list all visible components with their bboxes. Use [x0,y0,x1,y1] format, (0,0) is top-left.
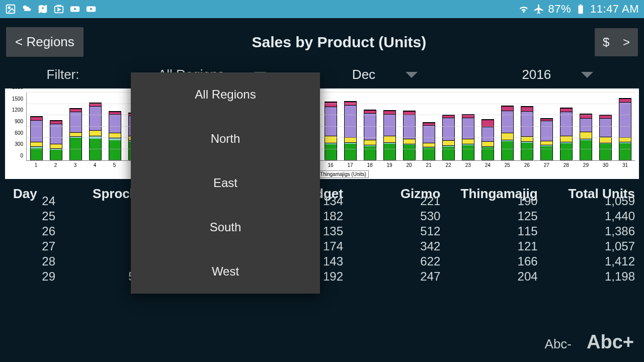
airplane-icon [533,4,544,15]
chart-bar[interactable] [69,108,82,160]
text-size-controls: Abc- Abc+ [545,331,634,353]
youtube-icon [69,4,80,15]
table-row: 251825301251,440 [5,209,639,224]
chart-bar[interactable] [89,103,101,160]
svg-rect-7 [580,5,582,6]
region-dropdown-popup: All RegionsNorthEastSouthWest [131,72,320,294]
youtube-icon-2 [86,4,97,15]
chart-bar[interactable] [344,101,356,160]
table-row: 271743421211,057 [5,239,639,254]
chevron-down-icon [406,72,418,78]
page-header: < Regions Sales by Product (Units) $ > [0,18,644,62]
chart-bar[interactable] [619,98,631,160]
filter-row: Filter: All Regions Dec 2016 [0,62,644,86]
chart-bar[interactable] [423,122,435,160]
weather-icon [21,4,32,15]
play-store-icon [53,4,64,15]
region-option[interactable]: West [131,249,320,294]
clock: 11:47 AM [590,3,639,16]
chart-bar[interactable] [501,106,513,160]
svg-rect-0 [7,5,15,14]
image-icon [5,4,16,15]
forward-button[interactable]: $ > [595,28,638,56]
battery-icon [575,4,586,15]
sales-chart: 0300600900120015001800 12345678910111213… [5,88,639,179]
chart-bar[interactable] [364,110,376,160]
chevron-down-icon [581,72,593,78]
back-button[interactable]: < Regions [6,27,84,57]
chart-bar[interactable] [325,102,337,160]
data-table: DaySprocketWidgetGadgetGizmoThingamajigT… [5,186,639,282]
maps-icon [37,4,48,15]
year-select-value: 2016 [522,67,551,82]
chart-bar[interactable] [403,111,415,160]
region-option[interactable]: All Regions [131,72,320,117]
dollar-icon: $ [603,35,609,49]
chart-bar[interactable] [109,111,121,160]
month-select[interactable]: Dec [303,67,466,82]
chart-bar[interactable] [481,119,494,160]
svg-rect-6 [578,6,583,14]
chart-bar[interactable] [30,116,42,160]
table-row: 261355121151,386 [5,224,639,239]
battery-percent: 87% [548,3,572,16]
chart-bar[interactable] [540,118,552,160]
table-row: 241342211901,059 [5,194,639,209]
text-bigger-button[interactable]: Abc+ [587,331,634,353]
chevron-right-icon: > [623,35,630,49]
year-select[interactable]: 2016 [476,67,639,82]
svg-point-1 [8,7,10,9]
wifi-icon [518,4,529,15]
chart-bar[interactable] [383,110,395,160]
statusbar: 87% 11:47 AM [0,0,644,18]
month-select-value: Dec [352,67,375,82]
region-option[interactable]: East [131,161,320,205]
region-option[interactable]: South [131,205,320,249]
chart-bar[interactable] [560,108,572,160]
table-row: 281436221661,412 [5,254,639,269]
region-option[interactable]: North [131,117,320,161]
table-row: 29523321922472041,198 [5,269,639,282]
text-smaller-button[interactable]: Abc- [545,336,572,352]
filter-label: Filter: [5,67,121,82]
page-title: Sales by Product (Units) [84,34,595,51]
